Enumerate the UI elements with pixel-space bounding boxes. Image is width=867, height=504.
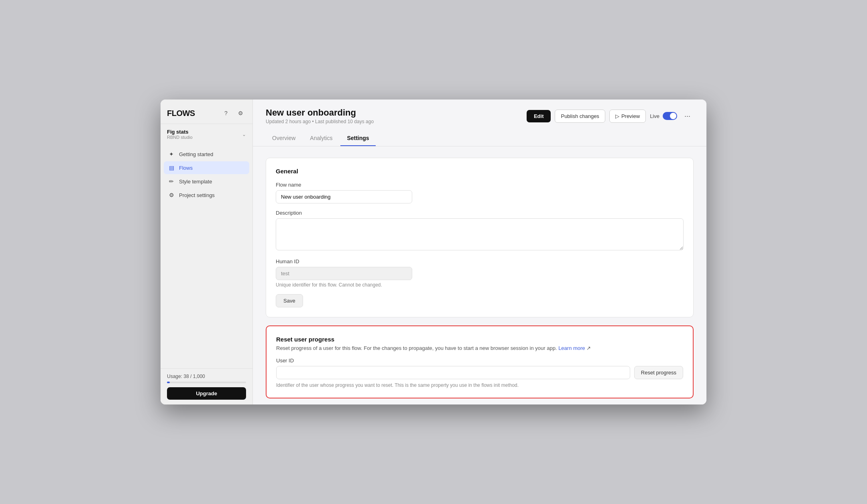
style-template-icon: ✏	[168, 178, 175, 185]
human-id-group: Human ID test Unique identifier for this…	[276, 258, 684, 288]
sidebar-header-icons: ? ⚙	[220, 108, 246, 119]
top-bar: New user onboarding Updated 2 hours ago …	[253, 100, 706, 146]
sidebar-nav: ✦ Getting started ▤ Flows ✏ Style templa…	[161, 144, 252, 368]
workspace-info: Fig stats RBND studio	[167, 129, 193, 140]
sidebar-header: FLOWS ? ⚙	[161, 100, 252, 124]
sidebar-item-flows[interactable]: ▤ Flows	[164, 161, 249, 174]
live-toggle[interactable]	[663, 112, 677, 120]
flow-title-section: New user onboarding Updated 2 hours ago …	[266, 108, 374, 124]
flow-title: New user onboarding	[266, 108, 374, 118]
sidebar-item-project-settings[interactable]: ⚙ Project settings	[164, 189, 249, 201]
project-settings-icon: ⚙	[168, 192, 175, 198]
save-button[interactable]: Save	[276, 294, 303, 307]
description-textarea[interactable]	[276, 218, 684, 250]
reset-row: Reset progress	[276, 366, 683, 379]
settings-button[interactable]: ⚙	[235, 108, 246, 119]
getting-started-icon: ✦	[168, 151, 175, 157]
user-id-input[interactable]	[276, 366, 630, 379]
logo: FLOWS	[167, 109, 195, 118]
learn-more-link[interactable]: Learn more	[558, 345, 585, 351]
more-button[interactable]: ···	[681, 110, 694, 122]
reset-hint: Identifier of the user whose progress yo…	[276, 382, 683, 388]
live-toggle-section: Live	[650, 112, 677, 120]
play-icon: ▷	[615, 113, 619, 119]
reset-title: Reset user progress	[276, 336, 683, 343]
sidebar: FLOWS ? ⚙ Fig stats RBND studio ⌄ ✦ Gett…	[161, 100, 253, 404]
general-card-title: General	[276, 168, 684, 175]
app-window: FLOWS ? ⚙ Fig stats RBND studio ⌄ ✦ Gett…	[161, 100, 706, 404]
workspace-sub: RBND studio	[167, 135, 193, 140]
main-content: New user onboarding Updated 2 hours ago …	[253, 100, 706, 404]
general-card: General Flow name Description Human ID t…	[266, 158, 694, 317]
edit-button[interactable]: Edit	[527, 110, 551, 122]
reset-card: Reset user progress Reset progress of a …	[266, 325, 694, 398]
flow-name-group: Flow name	[276, 182, 684, 203]
workspace-section[interactable]: Fig stats RBND studio ⌄	[161, 124, 252, 144]
top-bar-actions: Edit Publish changes ▷ Preview Live ···	[527, 110, 694, 123]
toggle-knob	[670, 113, 676, 119]
flow-name-label: Flow name	[276, 182, 684, 188]
workspace-name: Fig stats	[167, 129, 193, 135]
tab-settings[interactable]: Settings	[340, 131, 375, 146]
sidebar-item-style-template[interactable]: ✏ Style template	[164, 175, 249, 188]
human-id-label: Human ID	[276, 258, 684, 264]
live-label: Live	[650, 113, 659, 119]
settings-content: General Flow name Description Human ID t…	[253, 146, 706, 404]
sidebar-item-label: Style template	[179, 179, 212, 185]
publish-button[interactable]: Publish changes	[555, 110, 605, 123]
sidebar-item-label: Project settings	[179, 192, 215, 198]
human-id-hint: Unique identifier for this flow. Cannot …	[276, 282, 684, 288]
reset-progress-button[interactable]: Reset progress	[634, 366, 683, 379]
tab-analytics[interactable]: Analytics	[303, 131, 339, 146]
description-group: Description	[276, 210, 684, 252]
flows-icon: ▤	[168, 165, 175, 171]
flow-name-input[interactable]	[276, 190, 412, 203]
help-button[interactable]: ?	[220, 108, 232, 119]
usage-bar-fill	[167, 382, 170, 383]
sidebar-item-label: Getting started	[179, 151, 213, 157]
sidebar-item-label: Flows	[179, 165, 193, 171]
upgrade-button[interactable]: Upgrade	[167, 387, 246, 400]
sidebar-item-getting-started[interactable]: ✦ Getting started	[164, 148, 249, 161]
reset-desc: Reset progress of a user for this flow. …	[276, 345, 683, 351]
tabs: Overview Analytics Settings	[266, 131, 694, 146]
flow-meta: Updated 2 hours ago • Last published 10 …	[266, 119, 374, 124]
description-label: Description	[276, 210, 684, 216]
tab-overview[interactable]: Overview	[266, 131, 302, 146]
preview-button[interactable]: ▷ Preview	[609, 110, 646, 123]
usage-bar-bg	[167, 382, 246, 383]
user-id-label: User ID	[276, 358, 683, 364]
usage-label: Usage: 38 / 1,000	[167, 374, 246, 379]
chevron-down-icon: ⌄	[242, 132, 246, 137]
top-bar-row: New user onboarding Updated 2 hours ago …	[266, 108, 694, 124]
sidebar-footer: Usage: 38 / 1,000 Upgrade	[161, 368, 252, 404]
human-id-value: test	[276, 267, 412, 280]
